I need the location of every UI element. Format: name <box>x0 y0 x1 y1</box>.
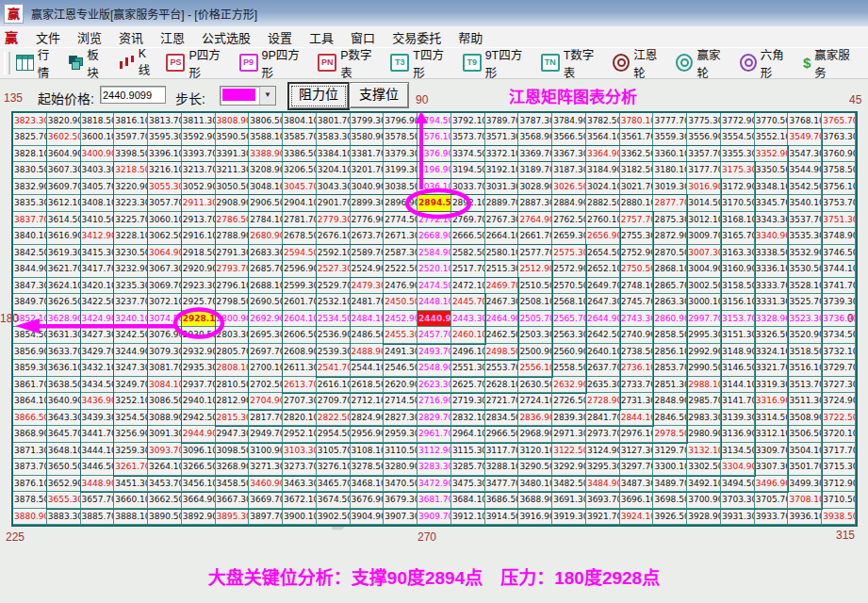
grid-cell[interactable]: 3187.30 <box>552 162 586 178</box>
toolbar-item-t-square[interactable]: T3T四方形 <box>390 45 452 81</box>
grid-cell[interactable]: 3645.70 <box>47 426 81 442</box>
grid-cell[interactable]: 3868.90 <box>13 426 47 442</box>
grid-cell[interactable]: 3739.30 <box>822 294 856 310</box>
grid-cell[interactable]: 3028.90 <box>518 179 552 195</box>
grid-cell[interactable]: 3055.30 <box>148 179 182 195</box>
grid-cell[interactable]: 2452.90 <box>384 311 418 327</box>
grid-cell[interactable]: 3660.10 <box>114 492 148 508</box>
grid-cell[interactable]: 3223.30 <box>114 195 148 211</box>
grid-cell[interactable]: 3782.50 <box>586 113 620 129</box>
grid-cell[interactable]: 3410.50 <box>81 212 115 228</box>
grid-cell[interactable]: 3304.90 <box>721 459 755 475</box>
grid-cell[interactable]: 2810.50 <box>216 377 250 393</box>
grid-cell[interactable]: 2760.10 <box>586 212 620 228</box>
grid-cell[interactable]: 3408.10 <box>81 195 115 211</box>
grid-cell[interactable]: 2551.30 <box>451 360 485 376</box>
grid-cell[interactable]: 2553.70 <box>485 360 519 376</box>
grid-cell[interactable]: 3561.70 <box>620 129 654 145</box>
grid-cell[interactable]: 3744.10 <box>822 261 856 277</box>
grid-cell[interactable]: 3931.30 <box>721 509 755 525</box>
grid-cell[interactable]: 3254.50 <box>114 410 148 426</box>
grid-cell[interactable]: 3768.10 <box>788 113 822 129</box>
grid-cell[interactable]: 2529.70 <box>317 278 351 294</box>
grid-cell[interactable]: 2532.10 <box>317 294 351 310</box>
grid-cell[interactable]: 2887.30 <box>518 195 552 211</box>
grid-cell[interactable]: 2683.30 <box>249 245 283 261</box>
grid-cell[interactable]: 3830.50 <box>13 162 47 178</box>
grid-cell[interactable]: 3386.50 <box>283 146 317 162</box>
grid-cell[interactable]: 2498.50 <box>485 344 519 360</box>
chevron-down-icon[interactable]: ▼ <box>259 87 275 105</box>
grid-cell[interactable]: 2668.90 <box>418 228 451 244</box>
grid-cell[interactable]: 3828.10 <box>13 146 47 162</box>
grid-cell[interactable]: 3631.30 <box>47 327 81 343</box>
grid-cell[interactable]: 3609.70 <box>47 179 81 195</box>
grid-cell[interactable]: 3573.70 <box>451 129 485 145</box>
grid-cell[interactable]: 2942.50 <box>182 410 216 426</box>
grid-cell[interactable]: 3427.30 <box>81 327 115 343</box>
grid-cell[interactable]: 3139.30 <box>721 410 755 426</box>
grid-cell[interactable]: 2841.70 <box>586 410 620 426</box>
grid-cell[interactable]: 2524.90 <box>351 261 385 277</box>
support-button[interactable]: 支撑位 <box>349 82 409 108</box>
grid-cell[interactable]: 2582.50 <box>451 245 485 261</box>
grid-cell[interactable]: 2800.90 <box>216 311 250 327</box>
grid-cell[interactable]: 3741.70 <box>822 278 856 294</box>
start-price-input[interactable] <box>100 86 166 104</box>
grid-cell[interactable]: 2697.70 <box>249 344 283 360</box>
grid-cell[interactable]: 2522.50 <box>384 261 418 277</box>
grid-cell[interactable]: 3585.70 <box>283 129 317 145</box>
grid-cell[interactable]: 2664.10 <box>485 228 519 244</box>
grid-cell[interactable]: 2796.10 <box>216 278 250 294</box>
grid-cell[interactable]: 3144.10 <box>721 377 755 393</box>
grid-cell[interactable]: 3189.70 <box>518 162 552 178</box>
grid-cell[interactable]: 3676.90 <box>351 492 385 508</box>
grid-cell[interactable]: 3712.90 <box>822 476 856 492</box>
grid-cell[interactable]: 3400.90 <box>81 146 115 162</box>
grid-cell[interactable]: 3777.70 <box>653 113 687 129</box>
grid-cell[interactable]: 3206.50 <box>283 162 317 178</box>
grid-cell[interactable]: 3578.50 <box>384 129 418 145</box>
grid-cell[interactable]: 2920.90 <box>182 261 216 277</box>
grid-cell[interactable]: 3847.30 <box>13 278 47 294</box>
grid-cell[interactable]: 3096.10 <box>182 443 216 459</box>
grid-cell[interactable]: 3816.10 <box>114 113 148 129</box>
grid-cell[interactable]: 3727.30 <box>822 377 856 393</box>
grid-cell[interactable]: 2731.30 <box>620 393 654 409</box>
grid-cell[interactable]: 3686.50 <box>485 492 519 508</box>
grid-cell[interactable]: 2632.90 <box>552 377 586 393</box>
grid-cell[interactable]: 3019.30 <box>653 179 687 195</box>
grid-cell[interactable]: 2700.10 <box>249 360 283 376</box>
grid-cell[interactable]: 2798.50 <box>216 294 250 310</box>
grid-cell[interactable]: 2973.70 <box>586 426 620 442</box>
grid-cell[interactable]: 2716.90 <box>418 393 451 409</box>
grid-cell[interactable]: 2726.50 <box>552 393 586 409</box>
grid-cell[interactable]: 2918.50 <box>182 245 216 261</box>
grid-cell[interactable]: 3108.10 <box>351 443 385 459</box>
grid-cell[interactable]: 3597.70 <box>114 129 148 145</box>
grid-cell[interactable]: 3921.70 <box>586 509 620 525</box>
grid-cell[interactable]: 3499.30 <box>788 476 822 492</box>
grid-cell[interactable]: 3669.70 <box>249 492 283 508</box>
grid-cell[interactable]: 2992.90 <box>687 344 721 360</box>
grid-cell[interactable]: 2462.50 <box>485 327 519 343</box>
grid-cell[interactable]: 2880.10 <box>620 195 654 211</box>
grid-cell[interactable]: 3434.50 <box>81 377 115 393</box>
grid-cell[interactable]: 3760.90 <box>822 146 856 162</box>
grid-cell[interactable]: 3688.90 <box>518 492 552 508</box>
grid-cell[interactable]: 3556.90 <box>687 129 721 145</box>
grid-cell[interactable]: 2923.30 <box>182 278 216 294</box>
grid-cell[interactable]: 3633.70 <box>47 344 81 360</box>
grid-cell[interactable]: 3900.10 <box>283 509 317 525</box>
grid-cell[interactable]: 3230.50 <box>114 245 148 261</box>
grid-cell[interactable]: 2714.50 <box>384 393 418 409</box>
grid-cell[interactable]: 3069.70 <box>148 278 182 294</box>
grid-cell[interactable]: 3244.90 <box>114 344 148 360</box>
grid-cell[interactable]: 2875.30 <box>653 212 687 228</box>
grid-cell[interactable]: 3372.10 <box>485 146 519 162</box>
grid-cell[interactable]: 2488.90 <box>351 344 385 360</box>
grid-cell[interactable]: 2954.50 <box>317 426 351 442</box>
grid-cell[interactable]: 2786.50 <box>216 212 250 228</box>
grid-cell[interactable]: 3811.30 <box>182 113 216 129</box>
grid-cell[interactable]: 3636.10 <box>47 360 81 376</box>
